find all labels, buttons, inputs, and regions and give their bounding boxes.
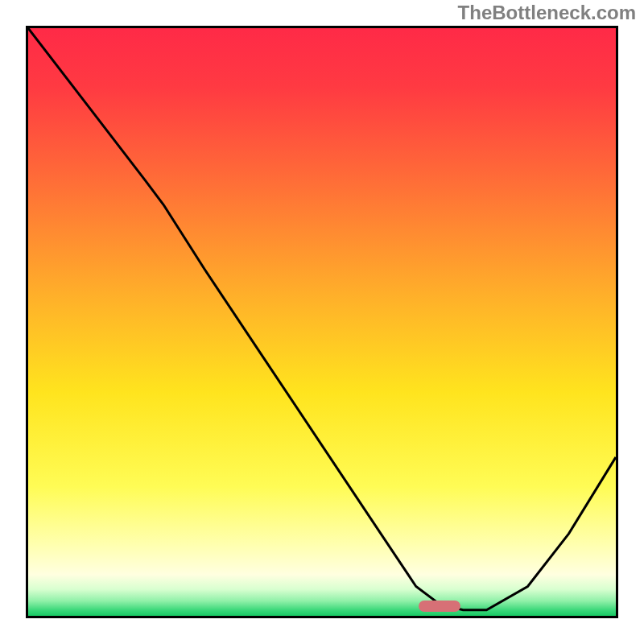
- bottleneck-curve: [28, 28, 616, 610]
- watermark-text: TheBottleneck.com: [458, 2, 636, 24]
- curve-svg: [28, 28, 616, 616]
- chart-container: TheBottleneck.com: [0, 0, 644, 644]
- optimum-marker: [419, 601, 460, 612]
- plot-area: [26, 26, 618, 618]
